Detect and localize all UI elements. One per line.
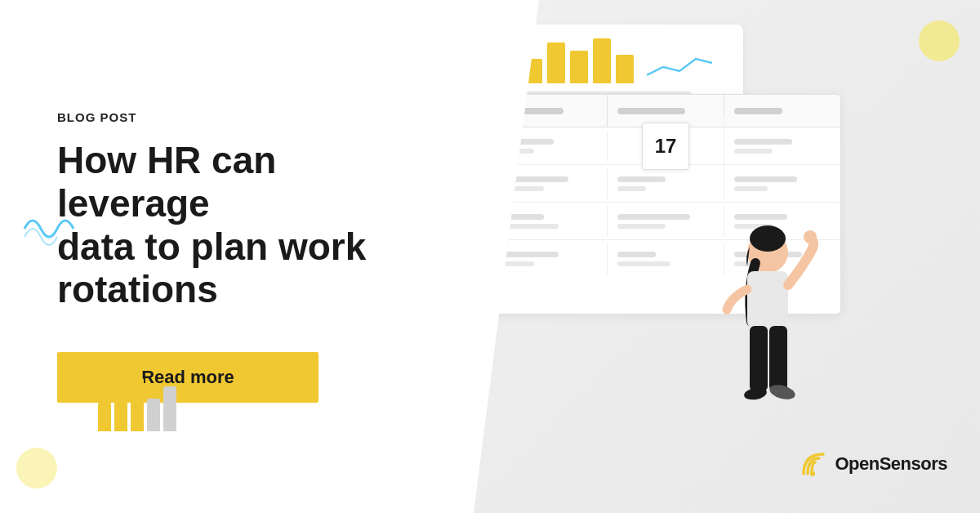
chart-bar-1	[524, 59, 542, 83]
wave-decoration	[16, 188, 82, 256]
svg-rect-4	[769, 326, 787, 391]
illustration-area: 17	[474, 0, 980, 513]
svg-rect-3	[750, 326, 768, 391]
mini-chart-decoration	[98, 378, 176, 431]
mini-bar-2	[114, 390, 127, 431]
line-chart-svg	[647, 51, 712, 83]
left-panel: BLOG POST How HR can leverage data to pl…	[0, 0, 474, 513]
mini-bar-1	[98, 403, 111, 431]
opensensors-logo-text: OpenSensors	[835, 453, 947, 475]
deco-circle-top	[919, 20, 960, 61]
page-container: BLOG POST How HR can leverage data to pl…	[0, 0, 980, 513]
main-title: How HR can leverage data to plan work ro…	[57, 139, 416, 312]
deco-circle-bottom	[16, 448, 57, 488]
grid-col-3	[724, 95, 840, 127]
chart-bar-4	[593, 38, 611, 83]
mini-bar-4	[147, 399, 160, 431]
grid-row-2	[491, 165, 840, 203]
calendar-card: 17	[642, 123, 689, 170]
chart-bar-3	[570, 51, 588, 83]
svg-point-7	[804, 230, 817, 243]
grid-col-1	[491, 95, 608, 127]
read-more-button[interactable]: Read more	[57, 352, 318, 403]
chart-bar-5	[616, 55, 634, 83]
right-panel: 17	[474, 0, 980, 513]
mini-bar-3	[131, 378, 144, 431]
mini-bar-5	[163, 386, 176, 431]
person-illustration	[686, 216, 833, 480]
svg-point-1	[750, 225, 786, 252]
svg-rect-2	[747, 271, 788, 328]
chart-bar-2	[547, 42, 565, 83]
grid-row-1: 17	[491, 127, 840, 165]
blog-label: BLOG POST	[57, 110, 416, 124]
